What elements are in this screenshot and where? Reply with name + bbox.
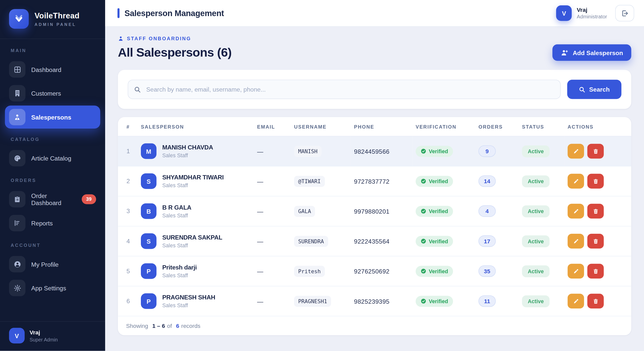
row-actions (568, 204, 628, 219)
row-email: — (254, 166, 291, 196)
status-badge: Active (522, 265, 549, 277)
table-row: 6 P PRAGNESH SHAH Sales Staff — PRAGNESH… (118, 286, 631, 316)
sidebar-item-label: Dashboard (31, 66, 61, 73)
row-username: GALA (294, 206, 315, 217)
row-username: SURENDRA (294, 236, 328, 247)
gear-icon (9, 280, 25, 296)
salesperson-cell: B B R GALA Sales Staff (141, 203, 251, 219)
sidebar-item-app-settings[interactable]: App Settings (5, 277, 100, 299)
search-icon (134, 86, 141, 93)
pencil-icon (573, 178, 579, 184)
sidebar-user-card[interactable]: V Vraj Super Admin (0, 321, 105, 351)
edit-button[interactable] (568, 264, 584, 279)
row-username: Pritesh (294, 266, 325, 277)
orders-count: 17 (478, 236, 496, 247)
salesperson-role: Sales Staff (162, 302, 215, 308)
avatar: P (141, 293, 156, 309)
sidebar-item-label: My Profile (31, 261, 59, 268)
orders-count-badge: 39 (82, 194, 96, 204)
delete-button[interactable] (587, 144, 604, 159)
row-email: — (254, 136, 291, 166)
salesperson-name: SHYAMDHAR TIWARI (162, 174, 224, 181)
status-badge: Active (522, 175, 549, 187)
delete-button[interactable] (587, 204, 604, 219)
sidebar-item-reports[interactable]: Reports (5, 212, 100, 235)
row-phone: 9979880201 (351, 196, 412, 226)
nav-section-orders: ORDERS (5, 171, 100, 188)
sidebar-item-salespersons[interactable]: Salespersons (5, 106, 100, 129)
avatar: V (556, 5, 572, 21)
building-icon (9, 85, 25, 101)
sidebar-item-order-dashboard[interactable]: Order Dashboard 39 (5, 188, 100, 211)
search-button[interactable]: Search (567, 80, 622, 99)
salesperson-role: Sales Staff (162, 242, 222, 248)
search-icon (579, 86, 585, 93)
footer-records-label: records (181, 323, 200, 329)
table-header: # SALESPERSON EMAIL USERNAME PHONE VERIF… (118, 117, 631, 136)
row-index: 4 (127, 238, 130, 245)
salesperson-role: Sales Staff (162, 152, 213, 159)
clipboard-icon (9, 191, 25, 207)
sidebar-item-dashboard[interactable]: Dashboard (5, 58, 100, 81)
salesperson-cell: S SURENDRA SAKPAL Sales Staff (141, 233, 251, 249)
sidebar-item-my-profile[interactable]: My Profile (5, 253, 100, 276)
delete-button[interactable] (587, 294, 604, 308)
orders-count: 11 (478, 295, 496, 307)
page-title: All Salespersons (6) (118, 46, 232, 60)
sidebar-item-customers[interactable]: Customers (5, 82, 100, 105)
nav-section-account: ACCOUNT (5, 236, 100, 253)
edit-button[interactable] (568, 144, 584, 159)
orders-count: 4 (478, 205, 496, 217)
salespersons-table-card: # SALESPERSON EMAIL USERNAME PHONE VERIF… (118, 117, 631, 335)
verified-badge: Verified (416, 266, 453, 277)
topbar-user-area: V Vraj Administrator (556, 5, 634, 21)
staff-person-icon (118, 36, 124, 42)
brand-subtitle: ADMIN PANEL (34, 22, 79, 26)
avatar: M (141, 143, 156, 159)
salesperson-icon (9, 109, 25, 125)
footer-showing-label: Showing (126, 323, 148, 329)
salespersons-table: # SALESPERSON EMAIL USERNAME PHONE VERIF… (118, 117, 631, 316)
verified-badge: Verified (416, 296, 453, 307)
edit-button[interactable] (568, 234, 584, 249)
row-actions (568, 174, 628, 189)
verified-badge-label: Verified (429, 238, 448, 244)
row-email: — (254, 196, 291, 226)
app-scale-wrapper: VoileThread ADMIN PANEL MAIN Dashboard (0, 0, 644, 351)
check-circle-icon (421, 178, 426, 184)
table-row: 1 M MANISH CHAVDA Sales Staff — MANISH 9… (118, 136, 631, 166)
edit-button[interactable] (568, 204, 584, 219)
col-header-orders: ORDERS (475, 117, 519, 136)
topbar-title-wrap: Salesperson Management (117, 8, 224, 18)
check-circle-icon (421, 238, 426, 244)
row-phone: 9825239395 (351, 286, 412, 316)
add-salesperson-button[interactable]: Add Salesperson (553, 44, 631, 61)
status-badge: Active (522, 145, 549, 157)
logout-button[interactable] (615, 5, 634, 21)
delete-button[interactable] (587, 264, 604, 279)
status-badge: Active (522, 205, 549, 217)
sidebar-item-label: Customers (31, 90, 61, 97)
delete-button[interactable] (587, 234, 604, 249)
table-row: 2 S SHYAMDHAR TIWARI Sales Staff — @TIWA… (118, 166, 631, 196)
row-index: 6 (127, 297, 130, 304)
sidebar-item-article-catalog[interactable]: Article Catalog (5, 147, 100, 170)
salesperson-name: B R GALA (162, 204, 191, 211)
table-footer: Showing 1 – 6 of 6 records (118, 316, 631, 335)
search-button-label: Search (589, 86, 610, 93)
pencil-icon (573, 238, 579, 244)
edit-button[interactable] (568, 294, 584, 308)
palette-icon (9, 150, 25, 166)
col-header-verification: VERIFICATION (412, 117, 475, 136)
bar-chart-icon (9, 215, 25, 231)
delete-button[interactable] (587, 174, 604, 189)
row-email: — (254, 256, 291, 286)
brand-logo-icon (9, 9, 29, 29)
status-badge: Active (522, 235, 549, 247)
table-body: 1 M MANISH CHAVDA Sales Staff — MANISH 9… (118, 136, 631, 316)
edit-button[interactable] (568, 174, 584, 189)
search-input[interactable] (128, 80, 561, 99)
topbar-user-name: Vraj (577, 7, 607, 13)
row-actions (568, 264, 628, 279)
salesperson-name: SURENDRA SAKPAL (162, 234, 222, 241)
